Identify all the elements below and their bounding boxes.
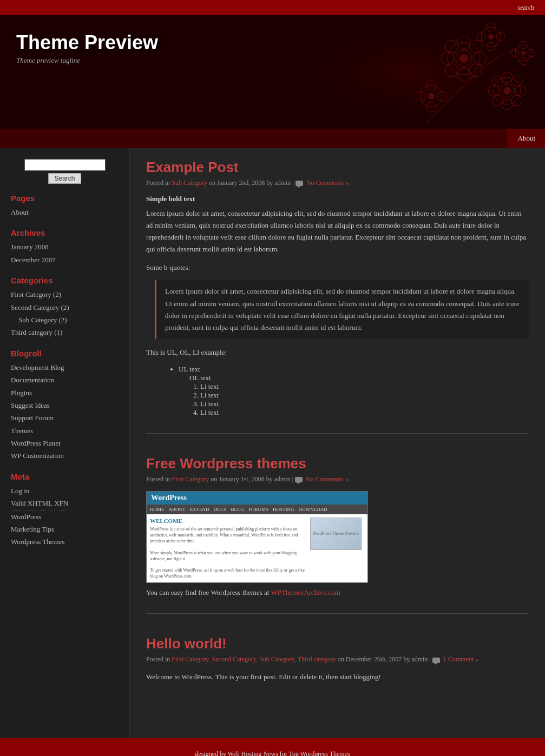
wp-bar: WordPress — [147, 492, 367, 505]
post-blockquote-label: Some b-quotes: — [146, 262, 529, 274]
archive-jan2008[interactable]: January 2008 — [11, 241, 119, 253]
post-by: by admin — [266, 179, 291, 187]
blogroll-wp-planet[interactable]: WordPress Planet — [11, 437, 119, 449]
post-ol-wrapper: OL text Li text Li text Li text Li text — [189, 374, 529, 417]
search-button[interactable]: Search — [48, 173, 81, 184]
meta-wordpress[interactable]: WordPress — [11, 510, 119, 523]
post-cat-link[interactable]: Sub Category — [172, 179, 207, 187]
archive-dec2007[interactable]: December 2007 — [11, 254, 119, 266]
wp-body-text-2: More simply, WordPress is what you use w… — [150, 550, 307, 562]
wp-body: WELCOME WordPress is a state-of-the-art … — [147, 514, 367, 582]
blogroll-themes[interactable]: Themes — [11, 425, 119, 437]
sidebar-search: Search — [11, 159, 119, 184]
post-comments-wp[interactable]: No Comments » — [306, 475, 349, 483]
post-body-hello: Welcome to WordPress. This is your first… — [146, 671, 529, 683]
blogroll-title: Blogroll — [11, 349, 119, 358]
comment-icon — [296, 181, 303, 186]
meta-xfn[interactable]: XFN — [54, 497, 68, 510]
post-meta-posted: Posted in — [146, 179, 170, 187]
post-date-wp: on January 1st, 2008 — [211, 475, 264, 483]
wp-body-text-1: WordPress is a state-of-the-art semantic… — [150, 526, 307, 545]
main-content: Example Post Posted in Sub Category on J… — [130, 148, 545, 738]
post-title-hello: Hello world! — [146, 635, 529, 652]
post-date: on January 2nd, 2008 — [209, 179, 265, 187]
post-li-2: Li text — [200, 391, 529, 400]
pages-title: Pages — [11, 194, 119, 203]
post-ol-item: OL text — [189, 374, 529, 382]
post-li-1: Li text — [200, 382, 529, 391]
post-cat-link-wp[interactable]: First Category — [172, 475, 209, 483]
categories-title: Categories — [11, 276, 119, 285]
post-comments-link[interactable]: No Comments » — [306, 179, 349, 187]
post-cats-hello[interactable]: First Category, Second Category, Sub Cat… — [172, 655, 336, 663]
wp-nav-forums: FORUMS — [248, 507, 268, 512]
post-meta-posted-wp: Posted in — [146, 475, 170, 483]
blogroll-docs[interactable]: Documentation — [11, 374, 119, 386]
cat-second[interactable]: Second Category (2) — [11, 301, 119, 314]
meta-login[interactable]: Log in — [11, 485, 119, 497]
post-body-text: Lorem ipsum dolor sit amet, consectetur … — [146, 208, 529, 255]
wp-body-left: WELCOME WordPress is a state-of-the-art … — [150, 518, 307, 579]
wp-nav: HOME ABOUT EXTEND DOCS BLOG FORUMS HOSTI… — [147, 505, 367, 514]
post-footer-wp: You can easy find free Wordpress themes … — [146, 588, 529, 597]
post-comments-hello[interactable]: 1 Comment » — [443, 655, 478, 663]
meta-xhtml[interactable]: Valid XHTML — [11, 497, 52, 510]
search-link[interactable]: search — [517, 4, 534, 12]
sidebar-page-about[interactable]: About — [11, 206, 119, 218]
wp-nav-about: ABOUT — [169, 507, 186, 512]
site-title: Theme Preview — [16, 31, 529, 54]
main-wrapper: Search Pages About Archives January 2008… — [0, 148, 545, 738]
cat-first[interactable]: First Category (2) — [11, 288, 119, 301]
meta-title: Meta — [11, 472, 119, 481]
post-title-example: Example Post — [146, 159, 529, 176]
wp-screenshot: WordPress HOME ABOUT EXTEND DOCS BLOG FO… — [146, 491, 368, 583]
blogroll-wp-custom[interactable]: WP Customization — [11, 449, 119, 462]
post-li-3: Li text — [200, 400, 529, 408]
post-posted-hello: Posted in — [146, 655, 170, 663]
wp-body-text-3: To get started with WordPress, set it up… — [150, 567, 307, 579]
wp-welcome-title: WELCOME — [150, 518, 307, 524]
comment-icon-hello — [432, 658, 440, 663]
nav-bar: About — [0, 129, 545, 148]
post-li-list: Li text Li text Li text Li text — [200, 382, 529, 417]
post-title-wp: Free Wordpress themes — [146, 455, 529, 472]
top-bar: search — [0, 0, 545, 15]
sidebar: Search Pages About Archives January 2008… — [0, 148, 130, 738]
post-ul-item: UL text — [179, 365, 529, 374]
blogroll-plugins[interactable]: Plugins — [11, 387, 119, 399]
wp-nav-download: DOWNLOAD — [299, 507, 327, 512]
post-footer-link[interactable]: WPThemesArchive.com — [271, 588, 340, 596]
cat-third[interactable]: Third category (1) — [11, 326, 119, 339]
footer: designed by Web Hosting News for Top Wor… — [0, 738, 545, 756]
post-blockquote: Lorem ipsum dolor sit amet, consectetur … — [155, 280, 529, 339]
blogroll-devblog[interactable]: Development Blog — [11, 361, 119, 374]
wp-thumbnail: WordPress Theme Preview — [310, 518, 362, 550]
comment-icon-wp — [295, 477, 303, 482]
post-example: Example Post Posted in Sub Category on J… — [146, 159, 529, 434]
cat-sub[interactable]: Sub Category (2) — [11, 314, 119, 326]
wp-nav-extend: EXTEND — [190, 507, 209, 512]
nav-about[interactable]: About — [508, 129, 546, 148]
blogroll-suggest[interactable]: Suggest Ideas — [11, 399, 119, 412]
post-list-label: This is UL, OL, LI example: — [146, 347, 529, 359]
wp-body-right: WordPress Theme Preview — [310, 518, 364, 579]
blogroll-support[interactable]: Support Forum — [11, 412, 119, 424]
post-footer-text: You can easy find free Wordpress themes … — [146, 588, 269, 596]
wp-nav-blog: BLOG — [231, 507, 245, 512]
post-hello: Hello world! Posted in First Category, S… — [146, 635, 529, 706]
post-by-hello: by admin — [403, 655, 428, 663]
wp-nav-home: HOME — [150, 507, 165, 512]
header: Theme Preview Theme preview tagline — [0, 15, 545, 129]
post-by-wp: by admin — [266, 475, 291, 483]
meta-wp-themes[interactable]: Wordpress Themes — [11, 535, 119, 548]
site-tagline: Theme preview tagline — [16, 56, 529, 65]
search-input[interactable] — [24, 159, 106, 171]
post-wp-themes: Free Wordpress themes Posted in First Ca… — [146, 455, 529, 614]
post-bold-text: Simple bold text — [146, 195, 529, 203]
wp-nav-hosting: HOSTING — [273, 507, 294, 512]
header-content: Theme Preview Theme preview tagline — [0, 15, 545, 129]
post-li-4: Li text — [200, 408, 529, 417]
meta-marketing[interactable]: Marketing Tips — [11, 523, 119, 535]
post-meta-hello: Posted in First Category, Second Categor… — [146, 655, 529, 664]
archives-title: Archives — [11, 228, 119, 237]
